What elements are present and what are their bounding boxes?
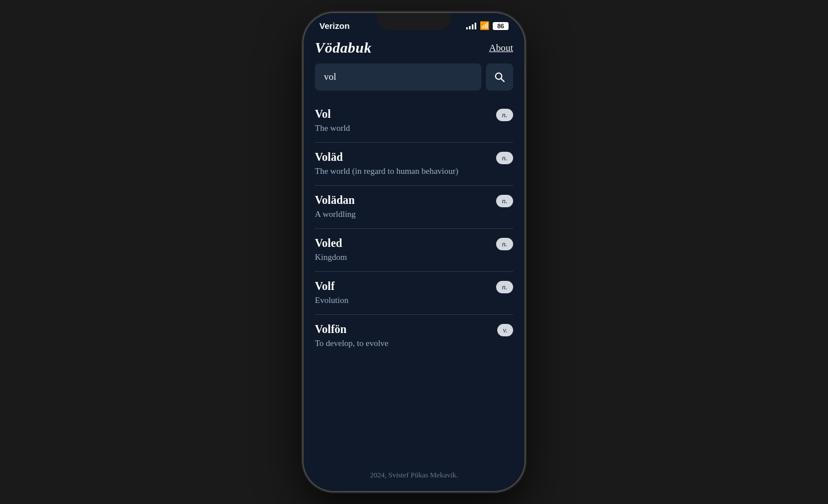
about-link[interactable]: About [489, 42, 514, 54]
part-of-speech-badge: n. [496, 152, 513, 164]
list-item[interactable]: Voläd The world (in regard to human beha… [315, 143, 513, 186]
app-content: Vödabuk About Vol The world n. [304, 35, 524, 491]
search-container [304, 63, 524, 100]
result-text: Voläd The world (in regard to human beha… [315, 151, 496, 177]
list-item[interactable]: Volädan A worldling n. [315, 186, 513, 229]
search-button[interactable] [486, 63, 513, 91]
result-word: Volf [315, 280, 489, 293]
app-header: Vödabuk About [304, 35, 524, 63]
result-definition: Evolution [315, 294, 489, 306]
status-icons: 📶 86 [466, 21, 509, 31]
result-definition: The world [315, 122, 489, 134]
result-definition: To develop, to evolve [315, 338, 490, 349]
notch [377, 13, 451, 30]
result-text: Volfön To develop, to evolve [315, 323, 497, 349]
part-of-speech-badge: n. [496, 281, 513, 293]
list-item[interactable]: Voled Kingdom n. [315, 229, 513, 272]
results-list: Vol The world n. Voläd The world (in reg… [304, 100, 524, 463]
result-definition: Kingdom [315, 251, 489, 263]
result-definition: A worldling [315, 208, 489, 220]
result-word: Volfön [315, 323, 490, 336]
battery-icon: 86 [493, 22, 509, 30]
result-text: Volädan A worldling [315, 194, 496, 220]
result-text: Voled Kingdom [315, 237, 496, 263]
carrier-label: Verizon [319, 21, 349, 31]
result-text: Vol The world [315, 108, 496, 134]
svg-line-1 [501, 79, 505, 82]
phone-screen: Verizon 📶 86 Vödabuk About [304, 13, 524, 491]
app-title: Vödabuk [315, 40, 372, 57]
search-input[interactable] [315, 63, 481, 91]
result-word: Voled [315, 237, 489, 250]
result-word: Volädan [315, 194, 489, 207]
result-word: Vol [315, 108, 489, 121]
part-of-speech-badge: n. [496, 238, 513, 250]
part-of-speech-badge: n. [496, 195, 513, 207]
part-of-speech-badge: v. [497, 324, 513, 336]
search-icon [494, 71, 505, 83]
signal-icon [466, 23, 476, 29]
part-of-speech-badge: n. [496, 109, 513, 121]
footer-text: 2024, Svistef Pūkas Mekavik. [370, 471, 458, 479]
result-text: Volf Evolution [315, 280, 496, 306]
result-definition: The world (in regard to human behaviour) [315, 165, 489, 177]
list-item[interactable]: Volfön To develop, to evolve v. [315, 315, 513, 357]
result-word: Voläd [315, 151, 489, 164]
phone-frame: Verizon 📶 86 Vödabuk About [304, 13, 524, 491]
list-item[interactable]: Volf Evolution n. [315, 272, 513, 315]
list-item[interactable]: Vol The world n. [315, 100, 513, 143]
wifi-icon: 📶 [480, 21, 489, 31]
app-footer: 2024, Svistef Pūkas Mekavik. [304, 463, 524, 491]
